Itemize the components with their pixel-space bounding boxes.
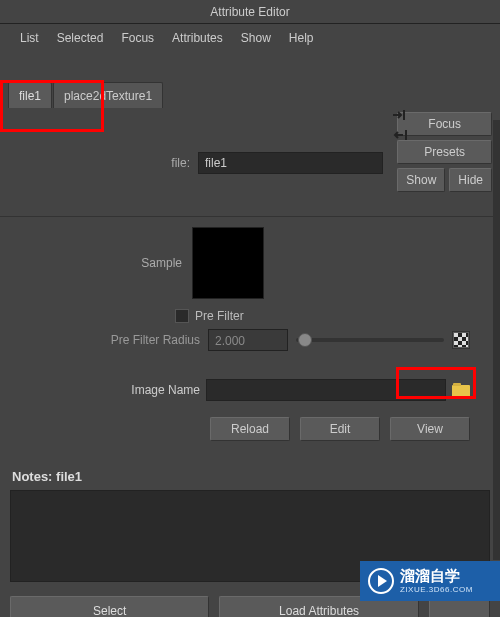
window-title-bar: Attribute Editor bbox=[0, 0, 500, 24]
watermark-sub: ZIXUE.3D66.COM bbox=[400, 585, 473, 594]
focus-button[interactable]: Focus bbox=[397, 112, 492, 136]
nav-out-icon[interactable] bbox=[392, 128, 410, 142]
menu-focus[interactable]: Focus bbox=[121, 31, 154, 45]
prefilter-label: Pre Filter bbox=[195, 309, 244, 323]
prefilter-radius-value[interactable]: 2.000 bbox=[208, 329, 288, 351]
map-button[interactable] bbox=[452, 331, 470, 349]
sample-swatch[interactable] bbox=[192, 227, 264, 299]
file-label: file: bbox=[120, 156, 190, 170]
menu-show[interactable]: Show bbox=[241, 31, 271, 45]
menu-attributes[interactable]: Attributes bbox=[172, 31, 223, 45]
nav-in-icon[interactable] bbox=[392, 108, 410, 122]
tab-place2dtexture1[interactable]: place2dTexture1 bbox=[53, 82, 163, 108]
notes-header: Notes: file1 bbox=[0, 465, 500, 488]
window-title: Attribute Editor bbox=[210, 5, 289, 19]
checker-icon bbox=[454, 333, 468, 347]
menu-help[interactable]: Help bbox=[289, 31, 314, 45]
menu-list[interactable]: List bbox=[20, 31, 39, 45]
scrollbar[interactable] bbox=[493, 120, 500, 560]
image-name-label: Image Name bbox=[60, 383, 200, 397]
folder-icon[interactable] bbox=[452, 383, 470, 397]
reload-button[interactable]: Reload bbox=[210, 417, 290, 441]
prefilter-checkbox[interactable] bbox=[175, 309, 189, 323]
tab-file1[interactable]: file1 bbox=[8, 82, 52, 108]
play-circle-icon bbox=[368, 568, 394, 594]
menu-selected[interactable]: Selected bbox=[57, 31, 104, 45]
image-name-input[interactable] bbox=[206, 379, 446, 401]
prefilter-radius-slider[interactable] bbox=[296, 338, 444, 342]
menu-bar: List Selected Focus Attributes Show Help bbox=[0, 24, 500, 52]
view-button[interactable]: View bbox=[390, 417, 470, 441]
watermark-brand: 溜溜自学 bbox=[400, 568, 473, 585]
prefilter-radius-label: Pre Filter Radius bbox=[60, 333, 200, 347]
select-button[interactable]: Select bbox=[10, 596, 209, 617]
sample-label: Sample bbox=[112, 256, 182, 270]
tabs-row: file1 place2dTexture1 bbox=[0, 82, 500, 108]
slider-thumb[interactable] bbox=[298, 333, 312, 347]
file-name-input[interactable] bbox=[198, 152, 383, 174]
watermark: 溜溜自学 ZIXUE.3D66.COM bbox=[360, 561, 500, 601]
edit-button[interactable]: Edit bbox=[300, 417, 380, 441]
